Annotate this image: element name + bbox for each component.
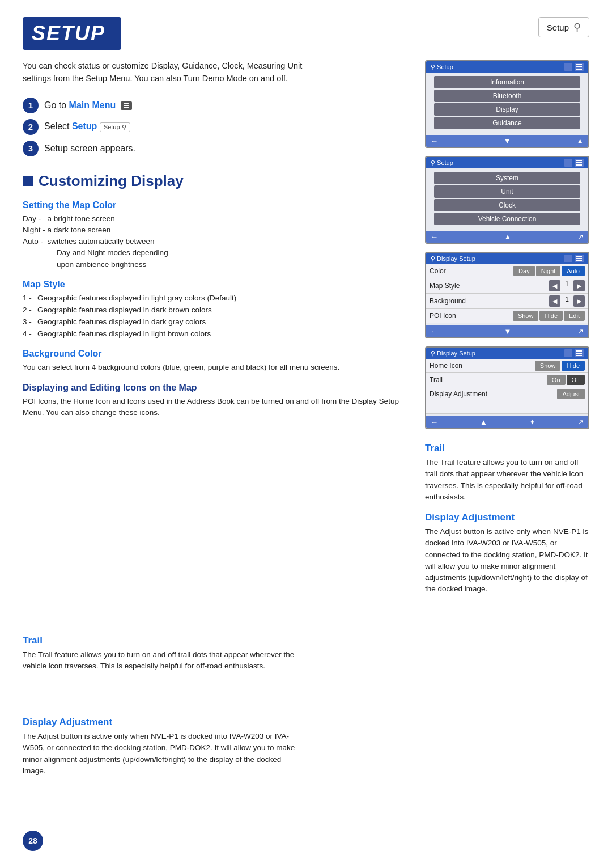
poi-edit-button[interactable]: Edit <box>564 311 585 321</box>
map-style-list: 1 -Geographic features displayed in ligh… <box>23 293 408 340</box>
main-bottom: Trail The Trail feature allows you to tu… <box>23 443 589 604</box>
down-arrow[interactable]: ▼ <box>504 137 511 145</box>
back-arrow-4[interactable]: ← <box>431 418 438 426</box>
color-label: Color <box>430 267 446 275</box>
list-item: 1 -Geographic features displayed in ligh… <box>23 293 408 304</box>
step-2: 2 Select Setup Setup ⚲ <box>23 119 408 135</box>
corner-arrow-3[interactable]: ↗ <box>577 327 584 336</box>
map-style-next[interactable]: ▶ <box>573 280 585 291</box>
list-item: 3 -Geographic features displayed in dark… <box>23 316 408 328</box>
map-color-auto-detail: Day and Night modes depending <box>23 247 408 259</box>
screen4-icons <box>564 349 584 357</box>
page: Setup ⚲ SETUP You can check status or cu… <box>0 0 612 868</box>
setup-link[interactable]: Setup <box>72 121 97 131</box>
display-adjustment-title: Display Adjustment <box>425 512 589 523</box>
up-arrow-right[interactable]: ▲ <box>576 137 584 145</box>
setup-inline-badge: Setup ⚲ <box>100 122 130 132</box>
poi-icon-label: POI Icon <box>430 312 456 320</box>
menu-item-clock[interactable]: Clock <box>434 199 580 211</box>
screen4-icon-lines <box>575 349 584 357</box>
map-color-auto-detail2: upon ambience brightness <box>23 259 408 270</box>
device-screen-1: ⚲ Setup Information Bluetooth Display Gu… <box>425 60 589 148</box>
right-column: ⚲ Setup Information Bluetooth Display Gu… <box>425 60 589 437</box>
menu-item-display[interactable]: Display <box>434 103 580 116</box>
map-style-nav: ◀ 1 ▶ <box>549 280 585 291</box>
home-hide-button[interactable]: Hide <box>562 361 585 371</box>
poi-btn-group: Show Hide Edit <box>513 311 585 321</box>
home-icon-label: Home Icon <box>430 362 462 370</box>
trail-title: Trail <box>425 443 589 454</box>
adjust-button[interactable]: Adjust <box>557 389 585 399</box>
steps: 1 Go to Main Menu ☰ 2 Select Setup Setup… <box>23 98 408 156</box>
device-screen-3: ⚲ Display Setup Color Day Night Auto <box>425 252 589 338</box>
background-label: Background <box>430 297 466 305</box>
corner-arrow-2[interactable]: ↗ <box>577 232 584 241</box>
step-1-number: 1 <box>23 98 39 113</box>
background-color-title: Background Color <box>23 349 408 359</box>
trail-section-abs: Trail The Trail feature allows you to tu… <box>23 635 300 672</box>
screen3-header: ⚲ Display Setup <box>426 253 588 264</box>
up-arrow-2[interactable]: ▲ <box>504 232 512 241</box>
star-4[interactable]: ✦ <box>529 418 536 426</box>
day-button[interactable]: Day <box>513 266 535 276</box>
screen1-header: ⚲ Setup <box>426 61 588 73</box>
background-color-text: You can select from 4 background colors … <box>23 362 408 373</box>
down-arrow-3[interactable]: ▼ <box>504 327 512 336</box>
night-button[interactable]: Night <box>536 266 561 276</box>
home-icon-row: Home Icon Show Hide <box>426 359 588 373</box>
poi-hide-button[interactable]: Hide <box>539 311 563 321</box>
trail-off-button[interactable]: Off <box>567 375 585 385</box>
display-adjustment-text-abs: The Adjust button is active only when NV… <box>23 731 300 777</box>
page-title: SETUP <box>32 22 105 45</box>
screen1-body: Information Bluetooth Display Guidance <box>426 73 588 133</box>
step-3-text: Setup screen appears. <box>44 143 135 154</box>
left-column: You can check status or customize Displa… <box>23 60 408 437</box>
trail-on-button[interactable]: On <box>547 375 566 385</box>
display-adjustment-row: Display Adjustment Adjust <box>426 387 588 401</box>
background-prev[interactable]: ◀ <box>549 295 560 307</box>
step-3: 3 Setup screen appears. <box>23 141 408 156</box>
corner-arrow-4[interactable]: ↗ <box>577 418 584 426</box>
menu-item-unit[interactable]: Unit <box>434 185 580 198</box>
setup-header-block: SETUP <box>23 17 121 50</box>
menu-item-system[interactable]: System <box>434 172 580 184</box>
menu-item-vehicle-connection[interactable]: Vehicle Connection <box>434 213 580 225</box>
back-arrow-2[interactable]: ← <box>431 232 438 241</box>
background-color-section: Background Color You can select from 4 b… <box>23 349 408 373</box>
screen2-icon-lines <box>575 159 584 167</box>
poi-show-button[interactable]: Show <box>513 311 539 321</box>
step-2-number: 2 <box>23 119 39 135</box>
intro-text: You can check status or customize Displa… <box>23 60 317 85</box>
trail-text-abs: The Trail feature allows you to turn on … <box>23 649 300 672</box>
map-color-day: Day - a bright tone screen <box>23 213 408 225</box>
screen3-title: ⚲ Display Setup <box>431 255 475 262</box>
setup-badge-label: Setup <box>547 23 569 32</box>
main-menu-link[interactable]: Main Menu <box>69 100 116 110</box>
auto-button[interactable]: Auto <box>562 266 585 276</box>
map-style-section: Map Style 1 -Geographic features display… <box>23 280 408 340</box>
menu-item-bluetooth[interactable]: Bluetooth <box>434 90 580 102</box>
up-arrow-4[interactable]: ▲ <box>480 418 487 426</box>
menu-item-guidance[interactable]: Guidance <box>434 117 580 129</box>
background-nav: ◀ 1 ▶ <box>549 295 585 307</box>
display-adjustment-label: Display Adjustment <box>430 390 487 398</box>
background-row: Background ◀ 1 ▶ <box>426 294 588 309</box>
home-show-button[interactable]: Show <box>535 361 561 371</box>
screen2-header: ⚲ Setup <box>426 157 588 168</box>
step-1: 1 Go to Main Menu ☰ <box>23 98 408 113</box>
map-style-title: Map Style <box>23 280 408 290</box>
bottom-left <box>23 443 408 604</box>
display-adjustment-text: The Adjust button is active only when NV… <box>425 526 589 595</box>
screen3-icon-sq <box>564 255 572 262</box>
background-next[interactable]: ▶ <box>573 295 585 307</box>
trail-row: Trail On Off <box>426 373 588 387</box>
trail-btn-group: On Off <box>547 375 585 385</box>
back-arrow-3[interactable]: ← <box>431 327 438 336</box>
screen1-title: ⚲ Setup <box>431 63 453 71</box>
screen2-footer: ← ▲ ↗ <box>426 231 588 243</box>
main-layout: You can check status or customize Displa… <box>23 60 589 437</box>
menu-item-information[interactable]: Information <box>434 76 580 88</box>
back-arrow[interactable]: ← <box>431 137 438 145</box>
map-style-prev[interactable]: ◀ <box>549 280 560 291</box>
background-value: 1 <box>562 295 572 307</box>
